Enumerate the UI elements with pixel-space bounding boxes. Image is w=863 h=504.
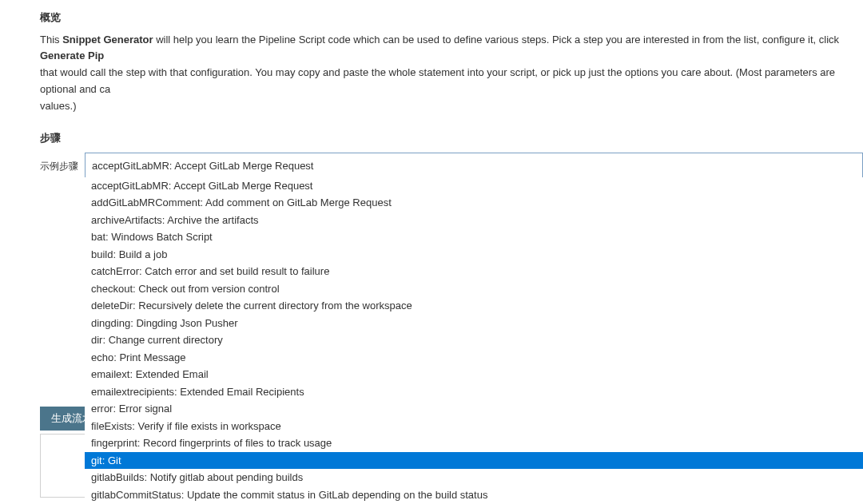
- intro-line2: that would call the step with that confi…: [40, 66, 835, 95]
- intro-bold1: Snippet Generator: [62, 34, 153, 46]
- step-option[interactable]: archiveArtifacts: Archive the artifacts: [85, 212, 863, 229]
- step-option[interactable]: dir: Change current directory: [85, 331, 863, 349]
- step-select[interactable]: acceptGitLabMR: Accept GitLab Merge Requ…: [85, 153, 863, 180]
- step-option[interactable]: emailextrecipients: Extended Email Recip…: [85, 383, 863, 401]
- step-option[interactable]: emailext: Extended Email: [85, 366, 863, 383]
- step-option[interactable]: deleteDir: Recursively delete the curren…: [85, 297, 863, 315]
- step-label: 示例步骤: [40, 153, 85, 173]
- step-option[interactable]: acceptGitLabMR: Accept GitLab Merge Requ…: [85, 177, 863, 195]
- step-option[interactable]: git: Git: [85, 452, 863, 470]
- overview-text: This Snippet Generator will help you lea…: [40, 32, 863, 115]
- step-option[interactable]: gitlabCommitStatus: Update the commit st…: [85, 486, 863, 504]
- step-option[interactable]: error: Error signal: [85, 400, 863, 418]
- step-content: acceptGitLabMR: Accept GitLab Merge Requ…: [85, 153, 863, 180]
- step-option[interactable]: fingerprint: Record fingerprints of file…: [85, 435, 863, 452]
- step-option[interactable]: build: Build a job: [85, 246, 863, 264]
- step-option[interactable]: fileExists: Verify if file exists in wor…: [85, 418, 863, 435]
- intro-line3: values.): [40, 100, 77, 112]
- overview-heading: 概览: [40, 10, 863, 26]
- step-option[interactable]: gitlabBuilds: Notify gitlab about pendin…: [85, 469, 863, 486]
- intro-bold2: Generate Pip: [40, 50, 104, 62]
- step-option[interactable]: dingding: Dingding Json Pusher: [85, 315, 863, 332]
- steps-heading: 步骤: [40, 130, 863, 146]
- step-dropdown[interactable]: acceptGitLabMR: Accept GitLab Merge Requ…: [85, 177, 863, 504]
- intro-mid: will help you learn the Pipeline Script …: [153, 34, 839, 46]
- step-row: 示例步骤 acceptGitLabMR: Accept GitLab Merge…: [40, 153, 863, 180]
- step-option[interactable]: catchError: Catch error and set build re…: [85, 263, 863, 280]
- step-option[interactable]: checkout: Check out from version control: [85, 280, 863, 298]
- step-option[interactable]: addGitLabMRComment: Add comment on GitLa…: [85, 194, 863, 212]
- step-option[interactable]: echo: Print Message: [85, 349, 863, 367]
- step-option[interactable]: bat: Windows Batch Script: [85, 228, 863, 246]
- intro-prefix: This: [40, 34, 62, 46]
